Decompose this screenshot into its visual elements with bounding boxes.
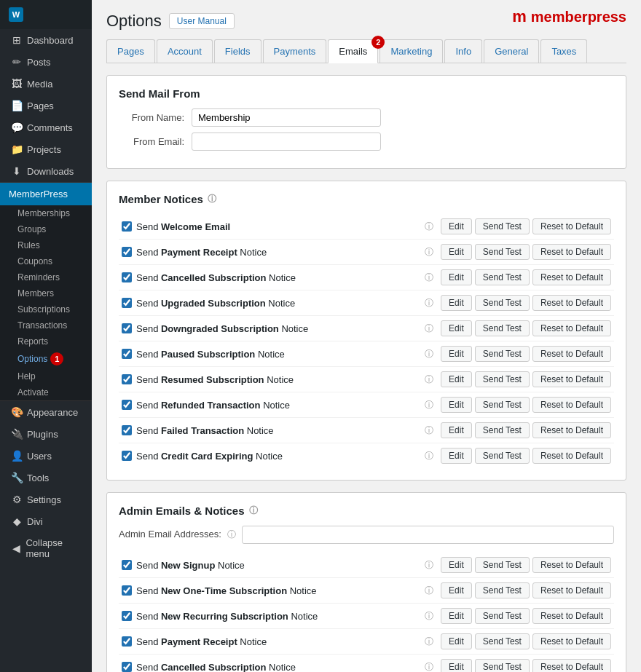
notice-info-icon[interactable]: ⓘ: [425, 221, 433, 233]
edit-button[interactable]: Edit: [441, 295, 472, 311]
send-test-button[interactable]: Send Test: [475, 371, 530, 387]
reset-to-default-button[interactable]: Reset to Default: [532, 582, 611, 598]
tab-pages[interactable]: Pages: [106, 39, 155, 63]
sidebar-item-appearance[interactable]: 🎨 Appearance: [0, 401, 92, 423]
sidebar-sub-coupons[interactable]: Coupons: [0, 253, 92, 269]
notice-checkbox[interactable]: [122, 662, 132, 672]
sidebar-sub-reminders[interactable]: Reminders: [0, 269, 92, 285]
member-notices-info-icon[interactable]: ⓘ: [208, 193, 216, 205]
sidebar-item-projects[interactable]: 📁 Projects: [0, 138, 92, 160]
edit-button[interactable]: Edit: [441, 346, 472, 362]
notice-checkbox[interactable]: [122, 451, 132, 461]
sidebar-item-comments[interactable]: 💬 Comments: [0, 116, 92, 138]
notice-info-icon[interactable]: ⓘ: [425, 272, 433, 284]
tab-info[interactable]: Info: [444, 39, 482, 63]
reset-to-default-button[interactable]: Reset to Default: [532, 320, 611, 336]
sidebar-sub-members[interactable]: Members: [0, 285, 92, 301]
send-test-button[interactable]: Send Test: [475, 659, 530, 672]
notice-info-icon[interactable]: ⓘ: [425, 636, 433, 648]
sidebar-sub-groups[interactable]: Groups: [0, 221, 92, 237]
send-test-button[interactable]: Send Test: [475, 244, 530, 260]
reset-to-default-button[interactable]: Reset to Default: [532, 244, 611, 260]
notice-checkbox[interactable]: [122, 247, 132, 257]
notice-info-icon[interactable]: ⓘ: [425, 661, 433, 673]
sidebar-item-collapse[interactable]: ◀ Collapse menu: [0, 532, 92, 564]
edit-button[interactable]: Edit: [441, 397, 472, 413]
sidebar-sub-rules[interactable]: Rules: [0, 237, 92, 253]
tab-emails[interactable]: Emails 2: [328, 39, 378, 63]
notice-checkbox[interactable]: [122, 636, 132, 647]
sidebar-sub-subscriptions[interactable]: Subscriptions: [0, 301, 92, 317]
sidebar-sub-reports[interactable]: Reports: [0, 333, 92, 349]
admin-notices-info-icon[interactable]: ⓘ: [249, 505, 258, 517]
sidebar-item-plugins[interactable]: 🔌 Plugins: [0, 423, 92, 445]
edit-button[interactable]: Edit: [441, 218, 472, 234]
send-test-button[interactable]: Send Test: [475, 608, 530, 624]
reset-to-default-button[interactable]: Reset to Default: [532, 218, 611, 234]
reset-to-default-button[interactable]: Reset to Default: [532, 633, 611, 649]
edit-button[interactable]: Edit: [441, 633, 472, 649]
reset-to-default-button[interactable]: Reset to Default: [532, 269, 611, 285]
memberpress-header[interactable]: MemberPress: [0, 183, 92, 205]
notice-checkbox[interactable]: [122, 400, 132, 410]
send-test-button[interactable]: Send Test: [475, 422, 530, 438]
reset-to-default-button[interactable]: Reset to Default: [532, 346, 611, 362]
send-test-button[interactable]: Send Test: [475, 448, 530, 464]
notice-info-icon[interactable]: ⓘ: [425, 323, 433, 335]
sidebar-sub-help[interactable]: Help: [0, 368, 92, 384]
notice-checkbox[interactable]: [122, 221, 132, 232]
sidebar-sub-activate[interactable]: Activate: [0, 384, 92, 400]
reset-to-default-button[interactable]: Reset to Default: [532, 557, 611, 573]
notice-info-icon[interactable]: ⓘ: [425, 373, 433, 386]
send-test-button[interactable]: Send Test: [475, 218, 530, 234]
sidebar-item-divi[interactable]: ◆ Divi: [0, 510, 92, 532]
reset-to-default-button[interactable]: Reset to Default: [532, 659, 611, 672]
sidebar-item-media[interactable]: 🖼 Media: [0, 73, 92, 95]
reset-to-default-button[interactable]: Reset to Default: [532, 371, 611, 387]
edit-button[interactable]: Edit: [441, 371, 472, 387]
send-test-button[interactable]: Send Test: [475, 320, 530, 336]
edit-button[interactable]: Edit: [441, 448, 472, 464]
send-test-button[interactable]: Send Test: [475, 633, 530, 649]
notice-checkbox[interactable]: [122, 374, 132, 384]
edit-button[interactable]: Edit: [441, 269, 472, 285]
user-manual-button[interactable]: User Manual: [169, 13, 235, 29]
notice-info-icon[interactable]: ⓘ: [425, 297, 433, 309]
edit-button[interactable]: Edit: [441, 582, 472, 598]
admin-email-info-icon[interactable]: ⓘ: [227, 529, 236, 539]
notice-checkbox[interactable]: [122, 298, 132, 308]
send-test-button[interactable]: Send Test: [475, 397, 530, 413]
notice-checkbox[interactable]: [122, 323, 132, 333]
tab-fields[interactable]: Fields: [214, 39, 261, 63]
sidebar-item-pages[interactable]: 📄 Pages: [0, 95, 92, 116]
sidebar-item-dashboard[interactable]: ⊞ Dashboard: [0, 29, 92, 51]
edit-button[interactable]: Edit: [441, 422, 472, 438]
sidebar-item-posts[interactable]: ✏ Posts: [0, 51, 92, 73]
sidebar-item-users[interactable]: 👤 Users: [0, 445, 92, 467]
edit-button[interactable]: Edit: [441, 659, 472, 672]
notice-info-icon[interactable]: ⓘ: [425, 610, 433, 622]
sidebar-sub-options[interactable]: Options 1: [0, 349, 92, 368]
notice-info-icon[interactable]: ⓘ: [425, 246, 433, 258]
edit-button[interactable]: Edit: [441, 557, 472, 573]
reset-to-default-button[interactable]: Reset to Default: [532, 608, 611, 624]
tab-general[interactable]: General: [484, 39, 539, 63]
send-test-button[interactable]: Send Test: [475, 582, 530, 598]
from-email-input[interactable]: [192, 133, 381, 151]
notice-info-icon[interactable]: ⓘ: [425, 424, 433, 437]
notice-info-icon[interactable]: ⓘ: [425, 585, 433, 597]
admin-email-input[interactable]: [242, 526, 614, 544]
send-test-button[interactable]: Send Test: [475, 269, 530, 285]
tab-marketing[interactable]: Marketing: [380, 39, 443, 63]
edit-button[interactable]: Edit: [441, 244, 472, 260]
notice-checkbox[interactable]: [122, 272, 132, 282]
from-name-input[interactable]: [192, 108, 381, 127]
reset-to-default-button[interactable]: Reset to Default: [532, 448, 611, 464]
send-test-button[interactable]: Send Test: [475, 346, 530, 362]
sidebar-sub-transactions[interactable]: Transactions: [0, 317, 92, 333]
notice-info-icon[interactable]: ⓘ: [425, 348, 433, 360]
notice-checkbox[interactable]: [122, 349, 132, 359]
notice-info-icon[interactable]: ⓘ: [425, 450, 433, 462]
edit-button[interactable]: Edit: [441, 608, 472, 624]
sidebar-item-tools[interactable]: 🔧 Tools: [0, 467, 92, 489]
